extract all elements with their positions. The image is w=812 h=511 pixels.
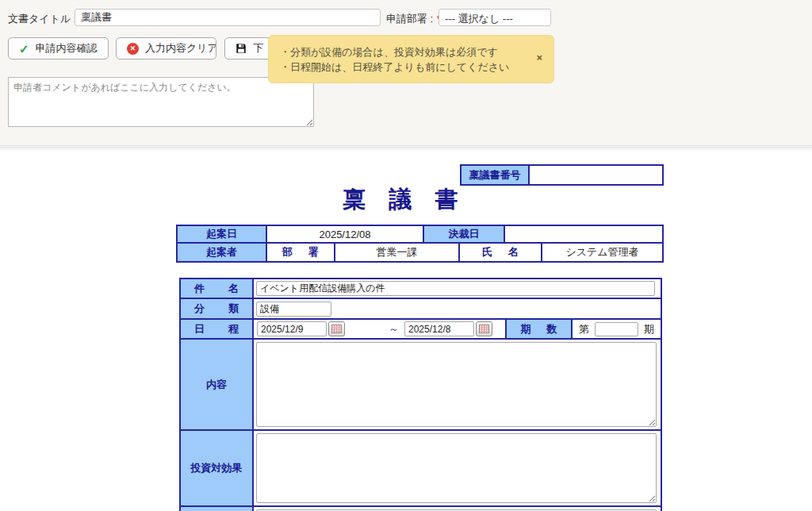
calendar-button[interactable] (476, 321, 492, 336)
roi-label: 投資対効果 (181, 431, 254, 505)
clear-circle-icon: ✕ (127, 43, 139, 55)
check-icon: ✓ (19, 43, 29, 55)
department-select[interactable]: --- 選択なし --- (439, 9, 551, 26)
content-row: 内容 (181, 340, 661, 431)
tooltip-message: 日程開始は、日程終了よりも前にしてください (280, 60, 520, 75)
draft-date-label: 起案日 (178, 226, 267, 242)
period-prefix: 第 (579, 322, 589, 336)
calendar-button[interactable] (328, 321, 345, 336)
validation-tooltip: 分類が設備の場合は、投資対効果は必須です 日程開始は、日程終了よりも前にしてくだ… (268, 35, 554, 83)
category-label: 分類 (181, 299, 254, 318)
calendar-icon (479, 325, 489, 333)
tooltip-close-icon[interactable]: × (536, 52, 542, 63)
applicant-comment-textarea[interactable] (8, 77, 314, 127)
roi-textarea[interactable] (256, 433, 657, 503)
clear-input-button[interactable]: ✕ 入力内容クリア (116, 37, 216, 60)
schedule-start-input[interactable] (257, 321, 327, 336)
table-row: 起案者 部署 営業一課 氏名 システム管理者 (178, 244, 662, 261)
roi-row: 投資対効果 (181, 431, 661, 507)
toolbar: 文書タイトル : 申請部署 :* --- 選択なし --- ✓ 申請内容確認 ✕… (0, 0, 812, 146)
schedule-end-input[interactable] (404, 321, 474, 336)
department-label: 申請部署 :* (386, 12, 441, 26)
page-title: 稟 議 書 (259, 186, 542, 213)
next-row-label (181, 507, 254, 511)
decision-date-label: 決裁日 (424, 226, 505, 242)
fields-table: 件名 分類 日程 (179, 278, 662, 511)
content-textarea[interactable] (256, 342, 657, 427)
schedule-row: 日程 ～ 期 (181, 320, 661, 340)
doc-title-input[interactable] (75, 9, 381, 26)
tooltip-message: 分類が設備の場合は、投資対効果は必須です (280, 44, 520, 60)
subject-label: 件名 (181, 279, 254, 298)
document-sheet: 稟議書番号 稟 議 書 起案日 2025/12/08 決裁日 起案者 部署 営業… (0, 147, 812, 511)
drafter-dept-value: 営業一課 (335, 244, 460, 261)
doc-title-label: 文書タイトル : (8, 12, 76, 26)
ringi-number-box: 稟議書番号 (460, 164, 664, 186)
ringi-number-field (530, 166, 662, 184)
confirm-application-button[interactable]: ✓ 申請内容確認 (8, 37, 109, 60)
period-cell: 第 期 (573, 320, 661, 338)
drafter-name-header: 氏名 (460, 244, 542, 261)
clear-button-label: 入力内容クリア (145, 41, 216, 56)
calendar-icon (331, 325, 342, 333)
content-label: 内容 (181, 340, 254, 429)
period-input[interactable] (595, 322, 638, 336)
table-row: 起案日 2025/12/08 決裁日 (178, 226, 662, 244)
floppy-disk-icon (236, 43, 247, 54)
category-row: 分類 (181, 299, 661, 320)
category-input[interactable] (256, 302, 331, 317)
schedule-separator: ～ (389, 322, 399, 336)
subject-row: 件名 (181, 279, 661, 299)
ringi-number-label: 稟議書番号 (462, 166, 530, 184)
subject-input[interactable] (256, 281, 655, 296)
next-row-cropped (181, 507, 661, 511)
decision-date-value (505, 226, 662, 242)
department-select-value: --- 選択なし --- (445, 13, 513, 25)
period-label: 期数 (507, 320, 573, 338)
draft-button-label: 下 (253, 41, 263, 56)
info-table: 起案日 2025/12/08 決裁日 起案者 部署 営業一課 氏名 システム管理… (176, 225, 664, 263)
drafter-name-value: システム管理者 (542, 244, 662, 261)
period-suffix: 期 (644, 322, 654, 336)
draft-date-value: 2025/12/08 (267, 226, 424, 242)
confirm-button-label: 申請内容確認 (36, 41, 98, 56)
drafter-label: 起案者 (178, 244, 267, 261)
drafter-dept-header: 部署 (267, 244, 335, 261)
schedule-label: 日程 (181, 320, 254, 338)
